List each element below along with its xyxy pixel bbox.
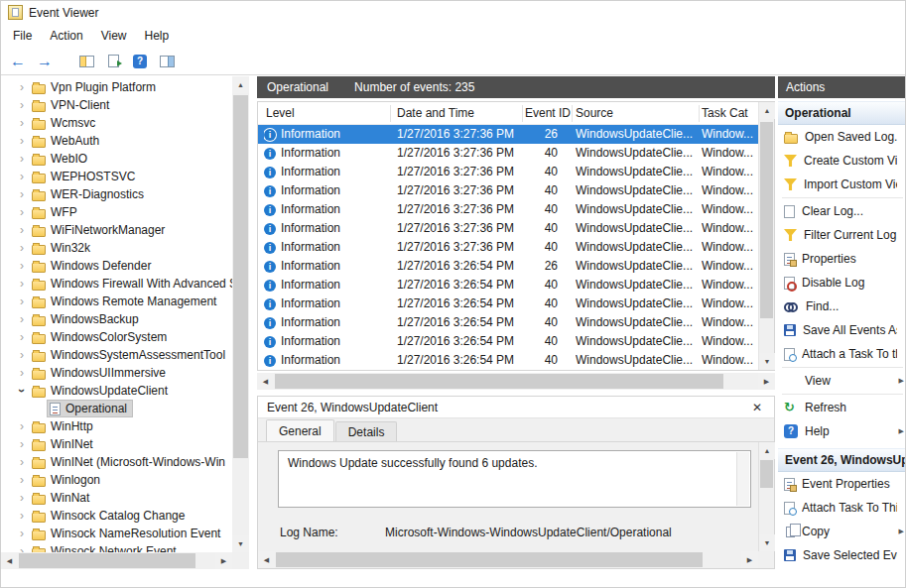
list-vertical-scrollbar[interactable] (758, 102, 774, 370)
event-row[interactable]: Information1/27/2016 3:26:54 PM40Windows… (258, 313, 758, 332)
column-divider[interactable] (572, 105, 573, 122)
tree-item[interactable]: ›WindowsSystemAssessmentTool (1, 346, 232, 364)
expand-arrow-icon[interactable]: › (15, 455, 29, 469)
expand-arrow-icon[interactable]: › (15, 473, 29, 487)
tree-node[interactable]: WinINet (29, 435, 99, 453)
tree-node[interactable]: WindowsUIImmersive (29, 364, 172, 382)
column-header-event-id[interactable]: Event ID (525, 102, 571, 125)
tab-details[interactable]: Details (335, 421, 398, 441)
event-row[interactable]: Information1/27/2016 3:27:36 PM40Windows… (258, 238, 758, 257)
tree-item[interactable]: ›VPN-Client (1, 96, 232, 114)
action-item[interactable]: Copy▶ (778, 520, 906, 543)
scroll-left-button[interactable] (257, 373, 274, 390)
tree-node[interactable]: Winsock Catalog Change (29, 507, 191, 525)
scrollbar-thumb[interactable] (760, 122, 773, 318)
tree-node[interactable]: WFP (29, 203, 83, 221)
action-item[interactable]: View▶ (778, 369, 906, 393)
console-tree-button[interactable] (74, 51, 98, 72)
event-row[interactable]: Information1/27/2016 3:26:54 PM40Windows… (258, 332, 758, 351)
action-item[interactable]: Clear Log... (778, 199, 906, 223)
detail-vertical-scrollbar[interactable] (758, 442, 774, 551)
expand-arrow-icon[interactable]: › (15, 170, 29, 183)
help-button[interactable] (128, 51, 152, 72)
tree-horizontal-scrollbar[interactable] (1, 552, 232, 569)
scrollbar-thumb[interactable] (233, 95, 248, 458)
tree-node[interactable]: WindowsUpdateClient (29, 382, 174, 400)
collapse-arrow-icon[interactable]: › (15, 384, 29, 398)
expand-arrow-icon[interactable]: › (15, 187, 29, 201)
expand-arrow-icon[interactable]: › (15, 241, 29, 255)
event-row[interactable]: Information1/27/2016 3:27:36 PM40Windows… (258, 163, 758, 181)
expand-arrow-icon[interactable]: › (15, 348, 29, 362)
tree-item[interactable]: ›WinINet (Microsoft-Windows-Win (1, 453, 232, 471)
scrollbar-thumb[interactable] (760, 460, 773, 488)
scroll-right-button[interactable] (758, 373, 775, 390)
event-row[interactable]: Information1/27/2016 3:26:54 PM40Windows… (258, 294, 758, 313)
scroll-down-button[interactable] (759, 534, 775, 551)
tree-node[interactable]: Windows Defender (29, 257, 157, 275)
tree-item[interactable]: ›WFP (1, 203, 232, 221)
action-item[interactable]: Attach Task To Thi... (778, 496, 906, 520)
export-button[interactable] (101, 51, 125, 72)
tree-node[interactable]: Vpn Plugin Platform (29, 78, 162, 96)
expand-arrow-icon[interactable]: › (15, 116, 29, 130)
action-item[interactable]: Filter Current Log... (778, 223, 906, 247)
event-row[interactable]: Information1/27/2016 3:27:36 PM40Windows… (258, 200, 758, 219)
expand-arrow-icon[interactable]: › (15, 330, 29, 344)
action-section-header[interactable]: Operational (778, 101, 906, 125)
tree-node[interactable]: WebAuth (29, 132, 105, 150)
action-item[interactable]: Disable Log (778, 271, 906, 294)
event-row[interactable]: Information1/27/2016 3:26:54 PM40Windows… (258, 276, 758, 294)
tree-item[interactable]: ›WindowsUIImmersive (1, 364, 232, 382)
expand-arrow-icon[interactable]: › (15, 419, 29, 433)
expand-arrow-icon[interactable]: › (15, 544, 29, 552)
tree-item[interactable]: ›Winsock Network Event (1, 542, 232, 552)
expand-arrow-icon[interactable]: › (15, 491, 29, 505)
menu-action[interactable]: Action (41, 26, 91, 46)
detail-horizontal-scrollbar[interactable] (258, 551, 758, 568)
tab-general[interactable]: General (266, 419, 334, 441)
scroll-down-button[interactable] (759, 353, 775, 370)
action-item[interactable]: Find... (778, 294, 906, 318)
scroll-left-button[interactable] (1, 552, 18, 569)
menu-file[interactable]: File (4, 26, 41, 46)
event-row[interactable]: Information1/27/2016 3:27:36 PM26Windows… (258, 125, 758, 144)
tree-item[interactable]: ›Winlogon (1, 471, 232, 489)
action-item[interactable]: Attach a Task To th... (778, 342, 906, 366)
action-item[interactable]: Import Custom Vie... (778, 173, 906, 196)
tree-node[interactable]: WindowsColorSystem (29, 328, 173, 346)
expand-arrow-icon[interactable]: › (15, 205, 29, 219)
expand-arrow-icon[interactable]: › (15, 509, 29, 523)
tree-item[interactable]: ›Windows Defender (1, 257, 232, 275)
tree-node[interactable]: Win32k (29, 239, 96, 257)
action-section-header[interactable]: Event 26, WindowsUpd... (778, 448, 906, 472)
tree-node[interactable]: Winsock Network Event (29, 542, 183, 552)
back-button[interactable] (6, 51, 30, 72)
tree-item[interactable]: ›WindowsUpdateClient (1, 382, 232, 400)
expand-arrow-icon[interactable]: › (15, 277, 29, 291)
action-item[interactable]: Save All Events As... (778, 318, 906, 342)
tree-item[interactable]: ›Windows Firewall With Advanced S (1, 275, 232, 293)
column-header-date[interactable]: Date and Time (397, 102, 474, 125)
tree-item[interactable]: ›WEPHOSTSVC (1, 168, 232, 185)
tree-node[interactable]: Windows Remote Management (29, 293, 222, 310)
column-header-level[interactable]: Level (266, 102, 295, 125)
scroll-up-button[interactable] (759, 442, 775, 459)
tree-item[interactable]: ›Vpn Plugin Platform (1, 78, 232, 96)
action-item[interactable]: Help▶ (778, 419, 906, 443)
tree-item[interactable]: ›WebAuth (1, 132, 232, 150)
tree-node[interactable]: WinNat (29, 489, 95, 507)
tree-item[interactable]: ›WebIO (1, 150, 232, 168)
scroll-up-button[interactable] (232, 76, 249, 93)
column-divider[interactable] (390, 105, 391, 122)
close-icon[interactable]: ✕ (749, 401, 765, 414)
tree-node[interactable]: WinINet (Microsoft-Windows-Win (29, 453, 231, 471)
action-item[interactable]: Event Properties (778, 472, 906, 496)
event-row[interactable]: Information1/27/2016 3:26:54 PM40Windows… (258, 351, 758, 370)
tree-item[interactable]: ›Operational (1, 400, 232, 417)
menu-view[interactable]: View (92, 26, 136, 46)
scrollbar-thumb[interactable] (275, 374, 723, 389)
scroll-down-button[interactable] (232, 535, 249, 552)
event-row[interactable]: Information1/27/2016 3:26:54 PM26Windows… (258, 257, 758, 276)
event-row[interactable]: Information1/27/2016 3:27:36 PM40Windows… (258, 219, 758, 238)
